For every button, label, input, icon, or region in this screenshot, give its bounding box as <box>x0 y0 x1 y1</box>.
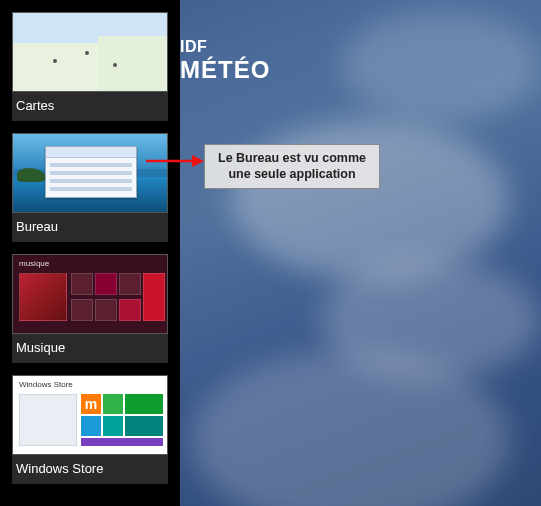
app-switcher-bar: Cartes Bureau musique Musique Windows St… <box>0 0 180 506</box>
annotation-callout: Le Bureau est vu comme une seule applica… <box>204 144 380 189</box>
thumbnail-desktop <box>12 133 168 213</box>
weather-title: MÉTÉO <box>180 56 270 84</box>
tile-label: Musique <box>12 334 168 363</box>
switcher-tile-cartes[interactable]: Cartes <box>12 12 168 121</box>
thumbnail-store: Windows Store m <box>12 375 168 455</box>
switcher-tile-bureau[interactable]: Bureau <box>12 133 168 242</box>
tile-label: Windows Store <box>12 455 168 484</box>
weather-location: IDF <box>180 38 270 56</box>
tile-label: Cartes <box>12 92 168 121</box>
switcher-tile-store[interactable]: Windows Store m Windows Store <box>12 375 168 484</box>
screen: IDF MÉTÉO Cartes Bureau musique <box>0 0 541 506</box>
tile-label: Bureau <box>12 213 168 242</box>
cloud-decoration <box>340 10 540 120</box>
thumbnail-music: musique <box>12 254 168 334</box>
annotation-text: Le Bureau est vu comme une seule applica… <box>218 151 366 181</box>
weather-header: IDF MÉTÉO <box>180 38 270 84</box>
switcher-tile-musique[interactable]: musique Musique <box>12 254 168 363</box>
thumbnail-maps <box>12 12 168 92</box>
